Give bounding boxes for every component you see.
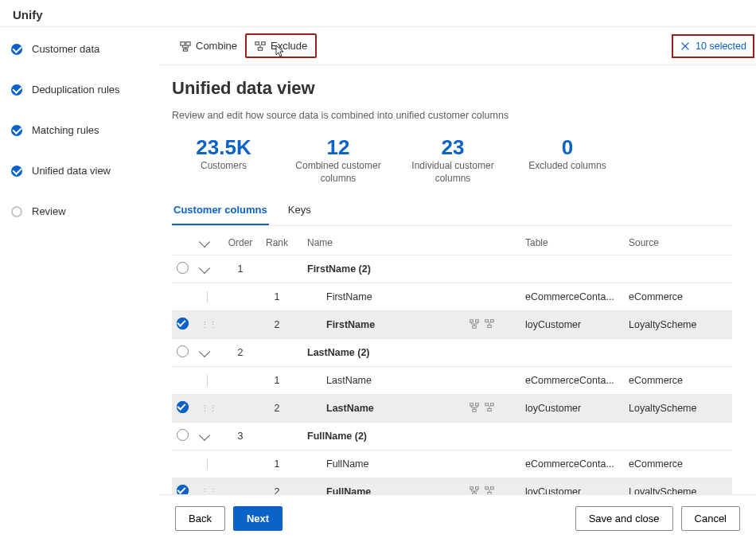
- step-review[interactable]: Review: [11, 205, 151, 217]
- exclude-icon: [255, 41, 266, 52]
- source-cell: eCommerce: [629, 375, 732, 386]
- chevron-down-icon[interactable]: [201, 263, 223, 275]
- step-matching-rules[interactable]: Matching rules: [11, 124, 151, 136]
- exclude-icon[interactable]: [485, 403, 494, 412]
- footer: Back Next Save and close Cancel: [159, 494, 756, 542]
- select-radio[interactable]: [177, 345, 189, 357]
- select-radio[interactable]: [177, 318, 189, 329]
- header-order[interactable]: Order: [223, 237, 258, 248]
- next-button[interactable]: Next: [233, 506, 283, 531]
- combine-icon[interactable]: [470, 403, 479, 412]
- svg-rect-10: [490, 319, 493, 322]
- select-radio[interactable]: [177, 262, 189, 274]
- rank-cell: 2: [258, 486, 296, 494]
- selection-count: 10 selected: [696, 41, 746, 52]
- svg-rect-4: [262, 41, 265, 45]
- step-unified-data-view[interactable]: Unified data view: [11, 165, 151, 177]
- chevron-down-icon[interactable]: [201, 237, 223, 248]
- column-name: FullName: [296, 458, 470, 470]
- svg-rect-13: [476, 403, 479, 405]
- metric-individual-columns: 23 Individual customer columns: [401, 135, 505, 185]
- check-icon: [11, 166, 22, 177]
- select-radio[interactable]: [177, 485, 189, 494]
- combine-button[interactable]: Combine: [172, 35, 245, 57]
- table-row[interactable]: ⋮⋮ 2 LastName loyCustomer LoyaltyScheme: [172, 394, 732, 422]
- svg-rect-9: [485, 319, 489, 322]
- order-cell: 1: [223, 263, 258, 275]
- drag-handle-icon[interactable]: ⋮⋮: [201, 487, 216, 494]
- combine-icon[interactable]: [470, 319, 479, 329]
- svg-rect-16: [490, 403, 493, 405]
- table-row[interactable]: ⋮⋮ 2 FullName loyCustomer LoyaltyScheme: [172, 478, 732, 494]
- header-source[interactable]: Source: [629, 237, 732, 248]
- svg-rect-21: [485, 486, 489, 489]
- clear-selection-button[interactable]: 10 selected: [672, 34, 754, 58]
- rank-cell: 2: [258, 319, 296, 330]
- page-heading: Unified data view: [172, 78, 732, 99]
- metric-combined-columns: 12 Combined customer columns: [286, 135, 390, 185]
- table-cell: eCommerceConta...: [525, 291, 629, 302]
- svg-rect-18: [470, 486, 473, 489]
- cancel-button[interactable]: Cancel: [681, 506, 740, 531]
- svg-rect-8: [473, 326, 477, 328]
- back-button[interactable]: Back: [175, 506, 225, 531]
- svg-rect-7: [476, 319, 479, 322]
- table-cell: loyCustomer: [525, 319, 629, 330]
- column-name: FirstName: [296, 291, 470, 302]
- metric-label: Customers: [172, 160, 275, 173]
- tree-line: [207, 458, 208, 470]
- svg-rect-12: [470, 403, 473, 405]
- tree-line: [207, 375, 208, 386]
- chevron-down-icon[interactable]: [201, 347, 223, 358]
- svg-rect-14: [473, 409, 477, 411]
- tab-keys[interactable]: Keys: [286, 196, 313, 225]
- table-row[interactable]: ⋮⋮ 2 FirstName loyCustomer LoyaltyScheme: [172, 310, 732, 338]
- select-radio[interactable]: [177, 401, 189, 413]
- group-row[interactable]: 3 FullName (2): [172, 422, 732, 450]
- combine-label: Combine: [196, 40, 237, 52]
- svg-rect-5: [258, 47, 262, 50]
- svg-rect-19: [476, 486, 479, 489]
- table-row[interactable]: 1 FirstName eCommerceConta... eCommerce: [172, 283, 732, 310]
- header-table[interactable]: Table: [525, 237, 629, 248]
- group-row[interactable]: 1 FirstName (2): [172, 255, 732, 283]
- source-cell: LoyaltyScheme: [629, 319, 732, 330]
- check-icon: [11, 44, 22, 55]
- step-label: Unified data view: [32, 165, 111, 177]
- combine-icon[interactable]: [470, 486, 479, 494]
- table-cell: loyCustomer: [525, 486, 629, 494]
- save-and-close-button[interactable]: Save and close: [575, 506, 673, 531]
- metrics-row: 23.5K Customers 12 Combined customer col…: [172, 135, 732, 185]
- exclude-icon[interactable]: [485, 319, 494, 329]
- chevron-down-icon[interactable]: [201, 431, 223, 442]
- toolbar: Combine Exclude: [159, 27, 756, 65]
- column-name: FirstName: [296, 319, 470, 330]
- grid-body: 1 FirstName (2) 1 FirstName eCommerceCon…: [172, 255, 732, 494]
- table-row[interactable]: 1 LastName eCommerceConta... eCommerce: [172, 366, 732, 394]
- rank-cell: 1: [258, 291, 296, 302]
- exclude-button[interactable]: Exclude: [245, 33, 317, 58]
- main-scroll-area[interactable]: Unified data view Review and edit how so…: [159, 65, 756, 494]
- drag-handle-icon[interactable]: ⋮⋮: [201, 320, 216, 329]
- select-radio[interactable]: [177, 429, 189, 441]
- table-row[interactable]: 1 FullName eCommerceConta... eCommerce: [172, 450, 732, 478]
- tab-customer-columns[interactable]: Customer columns: [172, 196, 269, 225]
- metric-value: 12: [286, 135, 390, 160]
- header-name[interactable]: Name: [296, 237, 470, 248]
- step-deduplication-rules[interactable]: Deduplication rules: [11, 84, 151, 96]
- metric-value: 0: [516, 135, 619, 160]
- metric-label: Individual customer columns: [401, 160, 505, 185]
- svg-rect-3: [255, 41, 259, 45]
- step-label: Deduplication rules: [32, 84, 120, 96]
- header-rank[interactable]: Rank: [258, 237, 296, 248]
- svg-rect-2: [183, 49, 187, 51]
- exclude-icon[interactable]: [485, 486, 494, 494]
- drag-handle-icon[interactable]: ⋮⋮: [201, 404, 216, 413]
- group-row[interactable]: 2 LastName (2): [172, 338, 732, 366]
- group-name: FullName (2): [296, 431, 470, 442]
- svg-rect-0: [181, 41, 185, 45]
- svg-rect-23: [488, 492, 492, 494]
- svg-rect-22: [490, 486, 493, 489]
- step-label: Customer data: [32, 43, 99, 55]
- step-customer-data[interactable]: Customer data: [11, 43, 151, 55]
